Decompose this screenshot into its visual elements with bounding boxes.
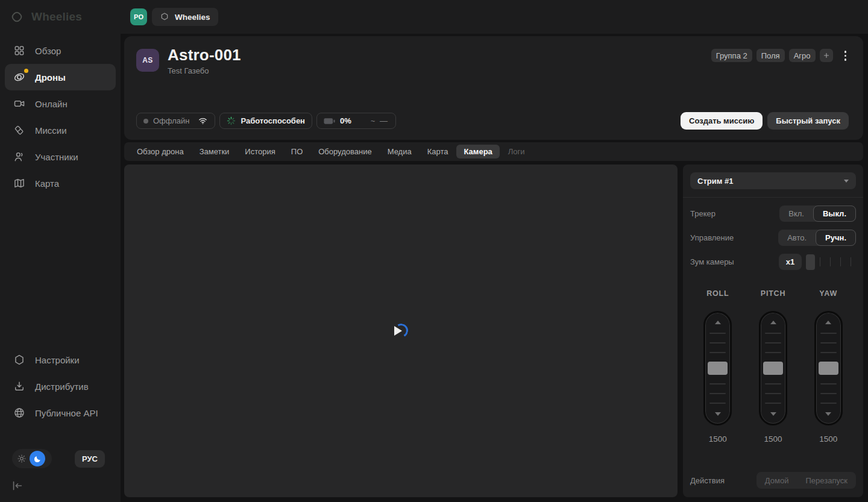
battery-icon <box>324 118 335 125</box>
tab-equipment[interactable]: Оборудование <box>311 145 379 158</box>
sidebar-item-overview[interactable]: Обзор <box>5 37 116 64</box>
zoom-slider-handle[interactable] <box>806 254 815 270</box>
tracker-off-button[interactable]: Выкл. <box>813 206 856 222</box>
tag-fields[interactable]: Поля <box>756 49 785 62</box>
yaw-value: 1500 <box>819 435 837 444</box>
play-button[interactable] <box>393 323 409 339</box>
drone-avatar: AS <box>136 49 159 72</box>
sidebar-item-members[interactable]: Участники <box>5 143 116 170</box>
pitch-slider-handle[interactable] <box>763 362 783 375</box>
tab-map[interactable]: Карта <box>420 145 456 158</box>
actions-label: Действия <box>690 476 725 485</box>
sidebar-item-online[interactable]: Онлайн <box>5 90 116 117</box>
camera-zoom-row: Зум камеры x1 <box>690 254 856 270</box>
app-screen: Wheelies PO Wheelies Обзор Дроны Онла <box>0 0 868 502</box>
yaw-up-arrow-icon[interactable] <box>825 321 831 324</box>
camera-content: Стрим #1 Трекер Вкл. Выкл. Управление Ав… <box>124 165 863 497</box>
drone-header-card: AS Astro-001 Test Газебо Группа 2 Поля А… <box>124 36 863 140</box>
moon-icon[interactable] <box>30 451 45 466</box>
stream-select[interactable]: Стрим #1 <box>690 172 856 189</box>
sidebar-item-missions[interactable]: Миссии <box>5 117 116 143</box>
home-button[interactable]: Домой <box>756 476 797 485</box>
control-mode-label: Управление <box>690 233 734 242</box>
wifi-icon <box>198 116 208 126</box>
globe-icon <box>12 406 27 420</box>
zoom-level-button[interactable]: x1 <box>779 254 802 270</box>
breadcrumb[interactable]: Wheelies <box>152 8 218 26</box>
drone-icon <box>12 70 27 84</box>
roll-value: 1500 <box>709 435 727 444</box>
theme-toggle[interactable] <box>12 449 52 468</box>
sidebar-item-label: Онлайн <box>35 99 68 109</box>
zoom-slider-ticks <box>815 257 856 266</box>
drone-title: Astro-001 <box>168 46 241 64</box>
members-icon <box>12 149 27 164</box>
stream-select-value: Стрим #1 <box>697 177 733 186</box>
hexagon-icon <box>160 12 169 22</box>
restart-button[interactable]: Перезапуск <box>797 476 856 485</box>
map-icon <box>12 176 27 190</box>
create-mission-button[interactable]: Создать миссию <box>681 112 763 130</box>
add-tag-button[interactable] <box>820 49 833 62</box>
sidebar-item-map[interactable]: Карта <box>5 170 116 196</box>
sidebar-item-public-api[interactable]: Публичное API <box>5 400 116 426</box>
wheelies-logo-icon <box>10 10 24 24</box>
yaw-slider-handle[interactable] <box>819 362 838 375</box>
language-button[interactable]: РУС <box>75 450 105 468</box>
sidebar-item-distributive[interactable]: Дистрибутив <box>5 373 116 400</box>
sidebar-footer: РУС <box>0 449 121 468</box>
roll-slider-handle[interactable] <box>708 362 728 375</box>
tab-history[interactable]: История <box>237 145 282 158</box>
sun-icon[interactable] <box>17 454 27 463</box>
control-auto-button[interactable]: Авто. <box>778 230 816 246</box>
sidebar-item-settings[interactable]: Настройки <box>5 347 116 373</box>
tag-agro[interactable]: Агро <box>789 49 816 62</box>
pitch-slider[interactable] <box>759 311 787 425</box>
grid-icon <box>12 43 27 58</box>
yaw-control: YAW 1500 <box>800 289 856 444</box>
zoom-slider[interactable] <box>806 254 856 270</box>
tab-notes[interactable]: Заметки <box>192 145 237 158</box>
sidebar-item-drones[interactable]: Дроны <box>5 64 116 90</box>
tab-software[interactable]: ПО <box>284 145 310 158</box>
tab-media[interactable]: Медиа <box>380 145 419 158</box>
yaw-down-arrow-icon[interactable] <box>825 412 831 416</box>
app-logo-text: Wheelies <box>31 10 82 24</box>
battery-percent: 0% <box>340 116 351 125</box>
roll-slider[interactable] <box>703 311 732 425</box>
sidebar-item-label: Дроны <box>35 72 66 83</box>
video-stream-panel <box>124 165 678 497</box>
roll-up-arrow-icon[interactable] <box>715 321 721 324</box>
app-logo: Wheelies <box>0 10 121 24</box>
tab-logs[interactable]: Логи <box>501 145 532 158</box>
play-icon <box>394 326 402 336</box>
battery-status-chip: 0% ~ — <box>316 113 396 129</box>
more-options-button[interactable] <box>842 48 849 63</box>
tab-camera[interactable]: Камера <box>456 145 499 158</box>
tag-group[interactable]: Группа 2 <box>711 49 752 62</box>
sidebar-item-label: Публичное API <box>35 408 98 418</box>
hexagon-icon <box>12 353 27 367</box>
yaw-slider[interactable] <box>814 311 843 425</box>
divider <box>683 197 863 198</box>
camera-zoom-label: Зум камеры <box>690 257 734 266</box>
control-mode-row: Управление Авто. Ручн. <box>690 230 856 246</box>
tracker-on-button[interactable]: Вкл. <box>779 206 813 222</box>
tab-drone-overview[interactable]: Обзор дрона <box>130 145 191 158</box>
plus-icon <box>823 52 830 59</box>
pitch-down-arrow-icon[interactable] <box>770 412 776 416</box>
connection-status-chip: Оффлайн <box>136 113 215 129</box>
roll-down-arrow-icon[interactable] <box>715 412 721 416</box>
control-manual-button[interactable]: Ручн. <box>816 230 856 246</box>
pitch-up-arrow-icon[interactable] <box>770 321 776 324</box>
sidebar-spacer <box>0 196 121 347</box>
quick-launch-button[interactable]: Быстрый запуск <box>767 112 849 130</box>
tags-row: Группа 2 Поля Агро <box>711 48 849 63</box>
sidebar-item-label: Настройки <box>35 355 80 365</box>
drone-subtitle: Test Газебо <box>168 66 209 75</box>
sidebar-item-label: Дистрибутив <box>35 381 89 392</box>
collapse-sidebar-button[interactable] <box>11 479 24 492</box>
org-badge[interactable]: PO <box>130 8 147 25</box>
chevron-down-icon <box>844 180 849 183</box>
sidebar: Обзор Дроны Онлайн Миссии Участники <box>0 34 121 502</box>
